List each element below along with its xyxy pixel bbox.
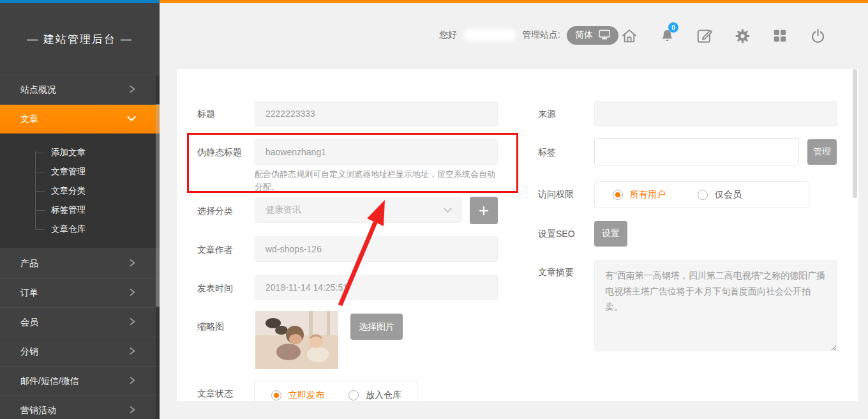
radio-unselected-icon [348, 390, 359, 400]
sidebar-subitem-tag-management[interactable]: 标签管理 [51, 201, 160, 220]
radio-members-only[interactable]: 仅会员 [698, 189, 742, 201]
sidebar-item-marketing[interactable]: 营销活动 [0, 395, 160, 419]
publish-time-label: 发表时间 [197, 283, 233, 294]
header-user-area: 您好 管理站点: 简体 [439, 26, 618, 45]
thumbnail-label: 缩略图 [197, 321, 224, 333]
radio-selected-icon [613, 190, 623, 200]
title-input[interactable] [255, 101, 498, 126]
author-input[interactable] [255, 236, 498, 262]
topbar-orange-strip [160, 0, 868, 3]
brand-title: — 建站管理后台 — [0, 3, 160, 75]
sidebar-subitem-article-warehouse[interactable]: 文章仓库 [51, 220, 160, 239]
summary-textarea[interactable]: 有“西南第一高钢塔，四川第二高电视塔”之称的德阳广播电视塔主塔广告位将于本月下旬… [594, 260, 837, 351]
seo-label: 设置SEO [538, 229, 575, 240]
sidebar: — 建站管理后台 — 站点概况 文章 添加文章 文章管理 文章分类 标签管理 文… [0, 3, 160, 419]
slug-hint-text: 配合伪静态规则可自定义浏览器地址栏显示地址，留空系统会自动分配。 [255, 168, 502, 194]
access-label: 访问权限 [538, 189, 574, 201]
summary-label: 文章摘要 [538, 267, 574, 278]
sidebar-item-site-overview[interactable]: 站点概况 [0, 75, 160, 104]
access-option-box: 所有用户 仅会员 [594, 181, 809, 208]
chevron-right-icon [128, 258, 137, 269]
author-label: 文章作者 [197, 245, 233, 256]
chevron-right-icon [128, 287, 137, 298]
chevron-down-icon [126, 114, 137, 125]
manage-site-label: 管理站点: [522, 29, 560, 41]
category-selected-value: 健康资讯 [266, 204, 301, 216]
source-label: 来源 [538, 109, 556, 120]
sidebar-subitem-article-management[interactable]: 文章管理 [51, 162, 160, 181]
slug-label: 伪静态标题 [197, 147, 242, 158]
apps-grid-icon[interactable] [770, 26, 790, 46]
status-option-box: 立即发布 放入仓库 [254, 381, 417, 401]
tags-label: 标签 [538, 147, 556, 158]
chevron-down-icon [443, 205, 453, 215]
content-scrollbar-thumb[interactable] [853, 69, 857, 198]
tags-input[interactable] [594, 138, 799, 165]
sidebar-scrollbar-thumb[interactable] [156, 104, 160, 307]
radio-selected-icon [271, 390, 281, 400]
articles-submenu: 添加文章 文章管理 文章分类 标签管理 文章仓库 [0, 133, 160, 248]
manage-tags-button[interactable]: 管理 [807, 139, 837, 165]
power-icon[interactable] [807, 26, 828, 46]
chevron-right-icon [128, 84, 137, 95]
sidebar-subitem-add-article[interactable]: 添加文章 [51, 143, 160, 162]
category-select[interactable]: 健康资讯 [255, 197, 462, 223]
status-label: 文章状态 [197, 388, 233, 400]
admin-page: — 建站管理后台 — 站点概况 文章 添加文章 文章管理 文章分类 标签管理 文… [0, 0, 868, 419]
header-icon-bar: 0 [619, 25, 828, 47]
seo-settings-button[interactable]: 设置 [594, 221, 627, 247]
sidebar-item-products[interactable]: 产品 [0, 248, 160, 278]
gear-icon[interactable] [732, 26, 752, 46]
notification-badge: 0 [668, 22, 678, 33]
home-icon[interactable] [619, 26, 640, 46]
thumbnail-image[interactable] [255, 311, 338, 369]
sidebar-item-orders[interactable]: 订单 [0, 278, 160, 307]
slug-input[interactable] [255, 139, 498, 165]
add-category-button[interactable]: + [470, 197, 498, 224]
chevron-right-icon [128, 317, 137, 328]
radio-unselected-icon [698, 190, 708, 200]
greeting-label: 您好 [439, 29, 457, 41]
category-label: 选择分类 [197, 206, 233, 217]
chevron-right-icon [128, 346, 137, 357]
sidebar-item-mail-sms-wechat[interactable]: 邮件/短信/微信 [0, 366, 160, 395]
publish-time-input[interactable] [255, 275, 498, 300]
title-label: 标题 [197, 109, 215, 120]
language-switch-button[interactable]: 简体 [567, 26, 618, 45]
sidebar-item-articles[interactable]: 文章 [0, 104, 160, 133]
choose-image-button[interactable]: 选择图片 [350, 314, 403, 340]
bell-icon[interactable]: 0 [657, 26, 677, 46]
monitor-icon [599, 29, 610, 42]
sidebar-item-members[interactable]: 会员 [0, 307, 160, 337]
article-edit-card: 标题 伪静态标题 配合伪静态规则可自定义浏览器地址栏显示地址，留空系统会自动分配… [177, 69, 858, 401]
chevron-right-icon [128, 405, 137, 416]
chevron-right-icon [128, 376, 137, 386]
edit-icon[interactable] [694, 26, 715, 46]
radio-to-warehouse[interactable]: 放入仓库 [348, 390, 401, 401]
sidebar-subitem-article-category[interactable]: 文章分类 [51, 181, 160, 201]
radio-all-users[interactable]: 所有用户 [613, 189, 666, 201]
source-input[interactable] [594, 101, 837, 126]
radio-publish-now[interactable]: 立即发布 [271, 390, 324, 401]
sidebar-item-distribution[interactable]: 分销 [0, 337, 160, 366]
redacted-username [463, 29, 516, 42]
